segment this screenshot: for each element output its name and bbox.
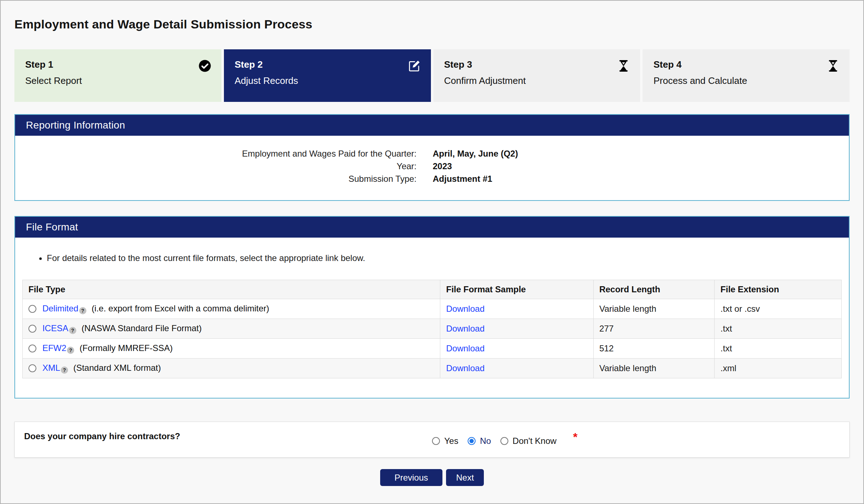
file-extension-cell: .xml xyxy=(715,359,842,378)
file-extension-cell: .txt xyxy=(715,319,842,339)
download-link[interactable]: Download xyxy=(446,363,485,373)
table-header-row: File Type File Format Sample Record Leng… xyxy=(23,280,842,299)
delimited-link[interactable]: Delimited xyxy=(42,303,78,313)
column-header-file-type: File Type xyxy=(23,280,440,299)
reporting-information-fields: Employment and Wages Paid for the Quarte… xyxy=(15,136,849,200)
xml-link[interactable]: XML xyxy=(42,363,60,373)
step-name: Confirm Adjustment xyxy=(444,75,526,86)
radio-label[interactable]: Yes xyxy=(444,436,458,446)
file-type-description: (i.e. export from Excel with a comma del… xyxy=(91,303,269,313)
page-title: Employment and Wage Detail Submission Pr… xyxy=(14,17,850,31)
field-value: April, May, June (Q2) xyxy=(433,147,849,160)
table-row: ICESA? (NASWA Standard File Format) Down… xyxy=(23,319,842,339)
field-label: Employment and Wages Paid for the Quarte… xyxy=(15,147,417,160)
file-type-radio-icesa[interactable] xyxy=(28,325,36,333)
file-type-description: (NASWA Standard File Format) xyxy=(81,323,202,333)
step-name: Select Report xyxy=(25,75,82,86)
reporting-information-panel: Reporting Information Employment and Wag… xyxy=(14,114,850,201)
efw2-link[interactable]: EFW2 xyxy=(42,343,67,353)
help-icon[interactable]: ? xyxy=(79,307,86,314)
file-type-description: (Formally MMREF-SSA) xyxy=(80,343,173,353)
radio-option-dont-know[interactable]: Don't Know xyxy=(500,436,557,446)
column-header-file-format-sample: File Format Sample xyxy=(440,280,593,299)
download-link[interactable]: Download xyxy=(446,324,485,333)
download-link[interactable]: Download xyxy=(446,343,485,353)
help-icon[interactable]: ? xyxy=(69,327,76,334)
record-length-cell: Variable length xyxy=(593,299,715,319)
file-type-radio-delimited[interactable] xyxy=(28,305,36,313)
contractor-radio-group: Yes No Don't Know * xyxy=(432,434,577,447)
check-circle-icon xyxy=(198,59,211,72)
file-type-radio-xml[interactable] xyxy=(28,364,36,372)
previous-button[interactable]: Previous xyxy=(380,469,442,486)
radio-label[interactable]: No xyxy=(480,436,491,446)
step-label: Step 1 xyxy=(25,59,82,70)
field-label: Submission Type: xyxy=(15,172,417,185)
radio-option-no[interactable]: No xyxy=(468,436,491,446)
page: Employment and Wage Detail Submission Pr… xyxy=(1,17,863,486)
required-asterisk: * xyxy=(573,431,577,444)
field-quarter: Employment and Wages Paid for the Quarte… xyxy=(15,147,849,160)
help-icon[interactable]: ? xyxy=(61,366,68,374)
file-format-note: For details related to the most current … xyxy=(47,252,842,264)
step-wizard: Step 1 Select Report Step 2 Adjust Recor… xyxy=(14,49,850,102)
field-label: Year: xyxy=(15,160,417,172)
radio-option-yes[interactable]: Yes xyxy=(432,436,458,446)
file-format-panel: File Format For details related to the m… xyxy=(14,216,850,399)
reporting-information-header: Reporting Information xyxy=(15,115,849,136)
download-link[interactable]: Download xyxy=(446,304,485,314)
record-length-cell: 512 xyxy=(593,339,715,359)
file-format-table: File Type File Format Sample Record Leng… xyxy=(22,280,842,378)
dont-know-radio[interactable] xyxy=(500,437,508,445)
hourglass-icon xyxy=(827,59,840,72)
step-label: Step 3 xyxy=(444,59,526,70)
table-row: Delimited? (i.e. export from Excel with … xyxy=(23,299,842,319)
help-icon[interactable]: ? xyxy=(67,347,74,354)
file-type-description: (Standard XML format) xyxy=(73,363,161,373)
file-extension-cell: .txt xyxy=(715,339,842,359)
field-year: Year: 2023 xyxy=(15,160,849,172)
step-2-adjust-records: Step 2 Adjust Records xyxy=(224,49,431,102)
contractor-question-card: Does your company hire contractors? Yes … xyxy=(14,422,850,458)
field-submission-type: Submission Type: Adjustment #1 xyxy=(15,172,849,185)
action-buttons: Previous Next xyxy=(14,469,850,486)
next-button[interactable]: Next xyxy=(446,469,484,486)
column-header-file-extension: File Extension xyxy=(715,280,842,299)
step-label: Step 4 xyxy=(653,59,747,70)
yes-radio[interactable] xyxy=(432,437,440,445)
record-length-cell: 277 xyxy=(593,319,715,339)
file-format-note-list: For details related to the most current … xyxy=(39,252,842,264)
field-value: Adjustment #1 xyxy=(433,172,849,185)
file-format-header: File Format xyxy=(15,217,849,238)
file-extension-cell: .txt or .csv xyxy=(715,299,842,319)
table-row: EFW2? (Formally MMREF-SSA) Download 512 … xyxy=(23,339,842,359)
file-type-radio-efw2[interactable] xyxy=(28,345,36,352)
column-header-record-length: Record Length xyxy=(593,280,715,299)
step-name: Adjust Records xyxy=(235,75,298,86)
step-label: Step 2 xyxy=(235,59,298,70)
step-4-process-and-calculate: Step 4 Process and Calculate xyxy=(643,49,850,102)
table-row: XML? (Standard XML format) Download Vari… xyxy=(23,359,842,378)
step-name: Process and Calculate xyxy=(653,75,747,86)
radio-label[interactable]: Don't Know xyxy=(513,436,557,446)
step-1-select-report: Step 1 Select Report xyxy=(14,49,221,102)
edit-icon xyxy=(408,59,421,72)
icesa-link[interactable]: ICESA xyxy=(42,323,68,333)
field-value: 2023 xyxy=(433,160,849,172)
record-length-cell: Variable length xyxy=(593,359,715,378)
hourglass-icon xyxy=(617,59,630,72)
no-radio[interactable] xyxy=(468,437,476,445)
step-3-confirm-adjustment: Step 3 Confirm Adjustment xyxy=(433,49,640,102)
